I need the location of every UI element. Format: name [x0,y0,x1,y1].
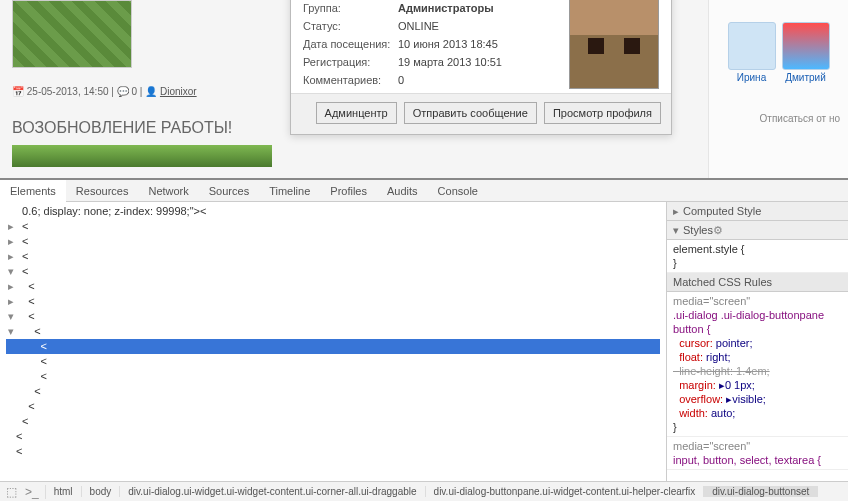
tab-timeline[interactable]: Timeline [259,180,320,202]
dom-node-line[interactable]: ▸ < [6,249,660,264]
crumb-buttonpane[interactable]: div.ui-dialog-buttonpane.ui-widget-conte… [426,486,705,497]
widget-user-2[interactable]: Дмитрий [782,22,830,83]
tab-audits[interactable]: Audits [377,180,428,202]
breadcrumb: ⬚ >_ html body div.ui-dialog.ui-widget.u… [0,481,848,501]
val-width: auto; [711,407,735,419]
dom-node-line[interactable]: < [6,384,660,399]
dom-node-line[interactable]: ▾ < [6,324,660,339]
user-icon: 👤 [145,86,157,97]
dom-node-line[interactable]: < [6,339,660,354]
post-thumbnail[interactable] [12,0,132,68]
tab-network[interactable]: Network [138,180,198,202]
brace-close: } [673,256,842,270]
media-query: media="screen" [673,294,842,308]
dom-node-line[interactable]: < [6,369,660,384]
group-label: Группа: [303,0,398,17]
dom-node-line[interactable]: ▾ < [6,264,660,279]
post-meta: 📅 25-05-2013, 14:50 | 💬 0 | 👤 Dionixor [12,86,282,97]
prop-float: float: [679,351,703,363]
val-lh: 1.4em; [736,365,770,377]
val-float: right; [706,351,730,363]
widget-user-1[interactable]: Ирина [728,22,776,83]
css-selector-2: input, button, select, textarea { [673,453,842,467]
avatar [569,0,659,89]
admincenter-button[interactable]: Админцентр [316,102,397,124]
styles-section[interactable]: ▾Styles⚙ [667,221,848,240]
prop-lh: line-height: [679,365,733,377]
status-label: Статус: [303,17,398,35]
prop-width: width: [679,407,708,419]
prop-overflow: overflow: [679,393,723,405]
dom-node-line[interactable]: < [6,429,660,444]
elements-tree[interactable]: 0.6; display: none; z-index: 99998;"><▸ … [0,202,666,481]
matched-rules-label: Matched CSS Rules [667,273,848,292]
profile-dialog: Группа:Администраторы Статус:ONLINE Дата… [290,0,672,135]
comments-label: Комментариев: [303,71,398,89]
visit-value: 10 июня 2013 18:45 [398,35,561,53]
status-value: ONLINE [398,17,561,35]
crumb-body[interactable]: body [82,486,121,497]
comments-value: 0 [398,71,561,89]
dom-node-line[interactable]: ▸ < [6,219,660,234]
inspect-icon[interactable]: ⬚ [6,485,17,499]
val-cursor: pointer; [716,337,753,349]
widget-user-2-name: Дмитрий [785,72,826,83]
visit-label: Дата посещения: [303,35,398,53]
prop-cursor: cursor: [679,337,713,349]
dom-node-line[interactable]: ▸ < [6,234,660,249]
computed-style-section[interactable]: ▸Computed Style [667,202,848,221]
dom-node-line[interactable]: < [6,399,660,414]
media-query-2: media="screen" [673,439,842,453]
post-thumbnail-2[interactable] [12,145,272,167]
tab-console[interactable]: Console [428,180,488,202]
sidebar-widgets: Ирина Дмитрий Отписаться от но [708,0,848,178]
gear-icon[interactable]: ⚙ [713,223,723,237]
profile-info: Группа:Администраторы Статус:ONLINE Дата… [303,0,561,89]
devtools: Elements Resources Network Sources Timel… [0,178,848,501]
post-comments: 💬 0 [117,86,137,97]
post-title: ВОЗОБНОВЛЕНИЕ РАБОТЫ! [12,119,282,137]
vk-icon [728,22,776,70]
unsubscribe-link[interactable]: Отписаться от но [713,113,844,124]
tab-sources[interactable]: Sources [199,180,259,202]
computed-style-label: Computed Style [683,204,761,218]
post-date: 📅 25-05-2013, 14:50 [12,86,109,97]
styles-label: Styles [683,223,713,237]
element-style-block[interactable]: element.style { } [667,240,848,273]
styles-panel[interactable]: ▸Computed Style ▾Styles⚙ element.style {… [666,202,848,481]
css-selector: .ui-dialog .ui-dialog-buttonpane button … [673,308,842,336]
tab-elements[interactable]: Elements [0,178,66,202]
left-column: 📅 25-05-2013, 14:50 | 💬 0 | 👤 Dionixor В… [12,0,282,167]
tab-profiles[interactable]: Profiles [320,180,377,202]
view-profile-button[interactable]: Просмотр профиля [544,102,661,124]
profile-buttons: Админцентр Отправить сообщение Просмотр … [291,93,671,134]
game-icon [782,22,830,70]
reg-label: Регистрация: [303,53,398,71]
val-overflow: ▸visible; [726,393,766,405]
prop-margin: margin: [679,379,716,391]
css-rule-block[interactable]: media="screen" .ui-dialog .ui-dialog-but… [667,292,848,437]
crumb-icons: ⬚ >_ [0,485,46,499]
crumb-buttonset[interactable]: div.ui-dialog-buttonset [704,486,818,497]
group-value: Администраторы [398,0,561,17]
page-content: 📅 25-05-2013, 14:50 | 💬 0 | 👤 Dionixor В… [0,0,848,178]
dom-node-line[interactable]: < [6,414,660,429]
element-style-selector: element.style { [673,242,842,256]
dom-node-line[interactable]: 0.6; display: none; z-index: 99998;">< [6,204,660,219]
css-rule-block-2[interactable]: media="screen" input, button, select, te… [667,437,848,470]
crumb-dialog[interactable]: div.ui-dialog.ui-widget.ui-widget-conten… [120,486,425,497]
val-margin: ▸0 1px; [719,379,755,391]
dom-node-line[interactable]: ▸ < [6,294,660,309]
dom-node-line[interactable]: ▾ < [6,309,660,324]
console-icon[interactable]: >_ [25,485,39,499]
reg-value: 19 марта 2013 10:51 [398,53,561,71]
tab-resources[interactable]: Resources [66,180,139,202]
widget-user-1-name: Ирина [737,72,766,83]
brace-close-2: } [673,420,842,434]
post-author-link[interactable]: Dionixor [160,86,197,97]
send-message-button[interactable]: Отправить сообщение [404,102,537,124]
crumb-html[interactable]: html [46,486,82,497]
dom-node-line[interactable]: < [6,444,660,459]
dom-node-line[interactable]: ▸ < [6,279,660,294]
dom-node-line[interactable]: < [6,354,660,369]
